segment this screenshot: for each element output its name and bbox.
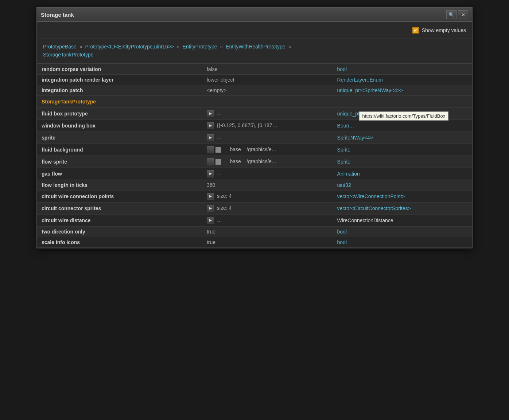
value-text: __base__/graphics/e… (223, 146, 277, 152)
image-preview (215, 159, 221, 165)
image-preview (215, 147, 221, 153)
table-row: gas flow▶ …Animation (37, 168, 472, 180)
property-name: flow length in ticks (37, 180, 202, 190)
value-text: … (215, 134, 222, 140)
property-type: uint32 (333, 180, 472, 190)
property-name: random corpse variation (37, 64, 202, 75)
type-link[interactable]: Boun… (337, 123, 354, 129)
expand-button[interactable]: → (207, 158, 214, 165)
value-text: size: 4 (215, 205, 232, 211)
property-value[interactable]: → __base__/graphics/e… (202, 156, 333, 168)
table-row: fluid box prototype▶ …unique_ptr<FluidBo… (37, 107, 472, 119)
property-type: bool (333, 237, 472, 247)
property-name: circuit wire connection points (37, 190, 202, 202)
breadcrumb-entityprototype[interactable]: EntityPrototype (183, 44, 217, 50)
expand-button[interactable]: ▶ (207, 217, 214, 224)
value-text: __base__/graphics/e… (223, 158, 277, 164)
breadcrumb-prototype-id[interactable]: Prototype<ID<EntityPrototype,uint16>> (85, 44, 174, 50)
property-value[interactable]: ▶ {{-0.125, 0.6875}, {0.187… (202, 119, 333, 132)
table-row: integration patch<empty>unique_ptr<Sprit… (37, 85, 472, 95)
property-type: Animation (333, 168, 472, 180)
property-name: flow sprite (37, 156, 202, 168)
property-type: bool (333, 64, 472, 75)
expand-button[interactable]: → (207, 146, 214, 153)
table-row: StorageTankPrototype (37, 95, 472, 107)
table-row: circuit connector sprites▶ size: 4vector… (37, 202, 472, 214)
show-empty-checkbox[interactable] (412, 27, 419, 34)
type-link[interactable]: vector<WireConnectionPoint> (337, 193, 405, 199)
property-value[interactable]: ▶ … (202, 214, 333, 226)
property-name: window bounding box (37, 119, 202, 132)
property-value[interactable]: → __base__/graphics/e… (202, 144, 333, 156)
properties-table: random corpse variationfalseboolintegrat… (37, 64, 472, 248)
expand-button[interactable]: ▶ (207, 134, 214, 141)
breadcrumb-entitywithhealth[interactable]: EntityWithHealthPrototype (226, 44, 285, 50)
type-link[interactable]: uint32 (337, 182, 351, 188)
show-empty-label: Show empty values (422, 27, 466, 33)
property-name: circuit wire distance (37, 214, 202, 226)
expand-button[interactable]: ▶ (207, 110, 214, 117)
breadcrumb: PrototypeBase » Prototype<ID<EntityProto… (37, 39, 472, 64)
property-value: <empty> (202, 85, 333, 95)
value-text: … (215, 170, 222, 176)
type-link[interactable]: Animation (337, 171, 360, 177)
property-type: WireConnectionDistance (333, 214, 472, 226)
table-row: sprite▶ …SpriteNWay<4> (37, 132, 472, 144)
expand-button[interactable]: ▶ (207, 205, 214, 212)
property-type: unique_ptr<FluidBoxPrototype>https://wik… (333, 107, 472, 119)
property-type: RenderLayer::Enum (333, 74, 472, 85)
table-container: random corpse variationfalseboolintegrat… (37, 64, 472, 248)
property-value[interactable]: ▶ … (202, 168, 333, 180)
type-link[interactable]: vector<CircuitConnectorSprites> (337, 205, 411, 211)
section-header-cell: StorageTankPrototype (37, 95, 472, 107)
property-value: lower-object (202, 74, 333, 85)
type-link[interactable]: unique_ptr<SpriteNWay<4>> (337, 87, 403, 93)
breadcrumb-storagetank[interactable]: StorageTankPrototype (43, 52, 94, 58)
type-link[interactable]: Sprite (337, 159, 351, 165)
property-type: Sprite (333, 156, 472, 168)
type-with-tooltip: unique_ptr<FluidBoxPrototype>https://wik… (337, 111, 467, 117)
expand-button[interactable]: ▶ (207, 122, 214, 129)
expand-button[interactable]: ▶ (207, 193, 214, 200)
table-row: flow length in ticks360uint32 (37, 180, 472, 190)
search-button[interactable]: 🔍 (446, 10, 456, 19)
property-value[interactable]: ▶ … (202, 132, 333, 144)
table-row: circuit wire distance▶ …WireConnectionDi… (37, 214, 472, 226)
type-link[interactable]: unique_ptr<FluidBoxPrototype> (337, 111, 409, 117)
window-title: Storage tank (41, 12, 74, 18)
type-link[interactable]: RenderLayer::Enum (337, 77, 383, 83)
type-link[interactable]: SpriteNWay<4> (337, 135, 373, 141)
show-empty-container: Show empty values (412, 27, 466, 34)
property-type: vector<CircuitConnectorSprites> (333, 202, 472, 214)
breadcrumb-sep-4: » (288, 44, 291, 50)
type-link[interactable]: bool (337, 66, 347, 72)
property-name: integration patch (37, 85, 202, 95)
property-name: scale info icons (37, 237, 202, 247)
close-button[interactable]: ✕ (458, 10, 468, 19)
type-link[interactable]: bool (337, 229, 347, 235)
table-row: circuit wire connection points▶ size: 4v… (37, 190, 472, 202)
property-value: 360 (202, 180, 333, 190)
property-type: vector<WireConnectionPoint> (333, 190, 472, 202)
property-name: fluid background (37, 144, 202, 156)
breadcrumb-sep-3: » (220, 44, 224, 50)
type-link[interactable]: Sprite (337, 147, 351, 153)
property-name: circuit connector sprites (37, 202, 202, 214)
property-type: Boun… (333, 119, 472, 132)
property-name: integration patch render layer (37, 74, 202, 85)
property-value[interactable]: ▶ size: 4 (202, 190, 333, 202)
table-row: integration patch render layerlower-obje… (37, 74, 472, 85)
value-text: size: 4 (215, 193, 232, 199)
main-window: Storage tank 🔍 ✕ Show empty values Proto… (36, 7, 473, 248)
type-link[interactable]: bool (337, 239, 347, 245)
property-type: unique_ptr<SpriteNWay<4>> (333, 85, 472, 95)
table-row: flow sprite→ __base__/graphics/e…Sprite (37, 156, 472, 168)
breadcrumb-prototypbase[interactable]: PrototypeBase (43, 44, 77, 50)
expand-button[interactable]: ▶ (207, 170, 214, 177)
table-row: scale info iconstruebool (37, 237, 472, 247)
property-value[interactable]: ▶ size: 4 (202, 202, 333, 214)
property-value[interactable]: ▶ … (202, 107, 333, 119)
value-text: … (215, 217, 222, 223)
property-name: fluid box prototype (37, 107, 202, 119)
table-row: random corpse variationfalsebool (37, 64, 472, 75)
